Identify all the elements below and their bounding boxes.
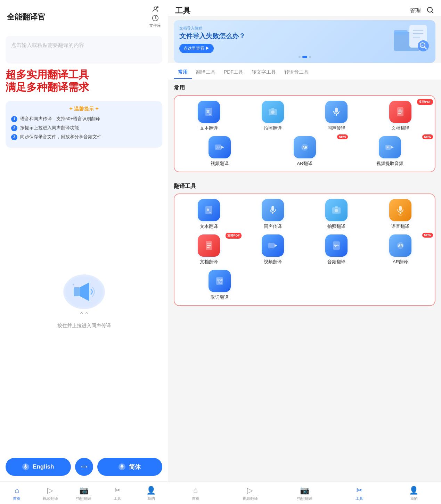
tab-translate-tools[interactable]: 翻译工具: [192, 66, 220, 79]
svg-text:?: ?: [421, 44, 423, 48]
left-nav-home[interactable]: ⌂ 首页: [0, 485, 34, 503]
t-word-svg: 取词 文A: [213, 275, 226, 287]
tool-t-voice[interactable]: 文A 语音翻译: [369, 199, 431, 230]
banner-link-text: 点这里查看 ▶: [183, 46, 210, 51]
left-nav-photo[interactable]: 📷 拍照翻译: [67, 485, 101, 503]
tool-t-audio[interactable]: 音频翻译: [306, 234, 368, 265]
right-nav-home[interactable]: ⌂ 首页: [168, 485, 223, 503]
search-button[interactable]: [426, 6, 434, 16]
tool-t-simultaneous[interactable]: 同声传译: [242, 199, 304, 230]
clock-icon: [152, 14, 159, 22]
right-header: 工具 管理: [168, 0, 441, 16]
t-video-svg: [267, 239, 279, 252]
pdf-badge-doc: 支持PDF: [417, 99, 433, 105]
t-text-translate-icon: 文 A: [198, 199, 220, 221]
t-simultaneous-label: 同声传译: [264, 223, 282, 230]
chevron-up-icon: ⌃⌃: [79, 311, 89, 319]
tool-t-doc[interactable]: 支持PDF 文档翻译: [178, 234, 240, 265]
video-audio-icon: [379, 136, 401, 158]
doc-translate-label: 文档翻译: [391, 125, 409, 131]
right-lang-button[interactable]: 简体: [97, 458, 163, 476]
banner[interactable]: 文档导入教程 文件导入失败怎么办？ 点这里查看 ▶ ?: [174, 20, 435, 63]
svg-point-13: [427, 7, 432, 12]
tab-pdf-tools[interactable]: PDF工具: [220, 66, 247, 79]
tool-ar-translate[interactable]: AR NEW AR翻译: [263, 136, 346, 167]
tool-photo-translate[interactable]: 拍照翻译: [242, 101, 304, 131]
svg-text:文A: 文A: [398, 214, 402, 216]
swap-icon: [80, 463, 88, 471]
common-tools-row1: 文 A 文本翻译 拍照翻译: [178, 101, 431, 131]
right-nav-mine[interactable]: 👤 我的: [386, 485, 441, 503]
tools-icon-right: ✂: [356, 486, 362, 495]
video-audio-label: 视频提取音频: [376, 160, 403, 167]
input-placeholder-text: 点击输入或粘贴需要翻译的内容: [11, 42, 84, 48]
file-library-button[interactable]: 文件库: [149, 6, 161, 28]
svg-text:AR: AR: [302, 146, 308, 149]
common-tools-grid-box: 文 A 文本翻译 拍照翻译: [174, 95, 435, 172]
right-nav-video-label: 视频翻译: [243, 496, 258, 501]
tools-scroll-area[interactable]: 常用 文 A 文本翻译: [168, 80, 441, 481]
t-photo-icon: [325, 199, 348, 221]
pdf-badge-t-doc: 支持PDF: [226, 233, 242, 239]
tab-common[interactable]: 常用: [174, 66, 192, 79]
tools-icon-left: ✂: [114, 486, 121, 495]
t-word-icon: 取词 文A: [209, 270, 231, 292]
tip-num-1: 1: [11, 116, 17, 122]
tool-t-text-translate[interactable]: 文 A 文本翻译: [178, 199, 240, 230]
tool-t-word[interactable]: 取词 文A 取词翻译: [178, 270, 261, 300]
tool-video-audio[interactable]: NEW 视频提取音频: [348, 136, 431, 167]
tool-video-translate[interactable]: 文A 视频翻译: [178, 136, 261, 167]
tool-t-photo[interactable]: 拍照翻译: [306, 199, 368, 230]
speaker-visual: ✦ ✦: [62, 273, 107, 311]
banner-link-button[interactable]: 点这里查看 ▶: [179, 44, 214, 53]
ar-translate-svg: AR: [299, 141, 311, 154]
svg-text:A: A: [209, 211, 211, 214]
right-title: 工具: [175, 6, 190, 16]
right-nav-photo[interactable]: 📷 拍照翻译: [277, 485, 332, 503]
simultaneous-svg: 文 A: [330, 106, 343, 118]
dot-1: [299, 56, 301, 58]
svg-rect-51: [271, 206, 274, 211]
bottom-buttons: English 简体: [0, 454, 168, 481]
left-nav-mine[interactable]: 👤 我的: [134, 485, 168, 503]
tool-simultaneous[interactable]: 文 A 同声传译: [306, 101, 368, 131]
home-icon-left: ⌂: [15, 486, 19, 495]
svg-text:文A: 文A: [216, 146, 220, 149]
manage-button[interactable]: 管理: [410, 7, 421, 15]
svg-text:✦: ✦: [89, 283, 91, 285]
simultaneous-icon: 文 A: [325, 101, 348, 123]
tab-text-tools[interactable]: 转文字工具: [247, 66, 280, 79]
t-ar-svg: AR: [394, 239, 407, 252]
right-nav-video[interactable]: ▷ 视频翻译: [223, 485, 277, 503]
tip-box: ✦ 温馨提示 ✦ 1 语音和同声传译，支持50+语言识别翻译 2 按提示上拉进入…: [6, 101, 162, 148]
right-panel: 工具 管理 文档导入教程 文件导入失败怎么办？ 点这里查看 ▶: [168, 0, 441, 504]
left-lang-button[interactable]: English: [6, 458, 71, 476]
t-simultaneous-icon: [262, 199, 284, 221]
svg-rect-10: [121, 464, 123, 467]
video-icon-right: ▷: [247, 486, 253, 495]
section-common-title: 常用: [174, 80, 435, 95]
tool-t-ar[interactable]: AR NEW AR翻译: [369, 234, 431, 265]
t-video-label: 视频翻译: [264, 259, 282, 265]
tool-t-video[interactable]: 视频翻译: [242, 234, 304, 265]
category-tabs: 常用 翻译工具 PDF工具 转文字工具 转语音工具: [168, 63, 441, 79]
tab-voice-tools[interactable]: 转语音工具: [280, 66, 313, 79]
person-icon-left: 👤: [146, 486, 156, 495]
tool-doc-translate[interactable]: 文 A 支持PDF 文档翻译: [369, 101, 431, 131]
translation-input[interactable]: 点击输入或粘贴需要翻译的内容: [6, 36, 162, 64]
swap-lang-button[interactable]: [75, 458, 93, 476]
mic-svg-left: [24, 464, 28, 469]
left-nav-tools[interactable]: ✂ 工具: [101, 485, 134, 503]
t-doc-svg: [203, 239, 215, 252]
text-translate-label: 文本翻译: [200, 125, 218, 131]
right-nav-tools[interactable]: ✂ 工具: [332, 485, 386, 503]
left-app-title: 全能翻译官: [7, 12, 45, 22]
svg-marker-47: [391, 146, 394, 149]
tool-text-translate[interactable]: 文 A 文本翻译: [178, 101, 240, 131]
video-audio-svg: [384, 141, 396, 154]
video-translate-icon: 文A: [209, 136, 231, 158]
tip-item-1: 1 语音和同声传译，支持50+语言识别翻译: [11, 116, 157, 122]
t-photo-label: 拍照翻译: [327, 223, 345, 230]
left-nav-video[interactable]: ▷ 视频翻译: [34, 485, 67, 503]
left-nav-photo-label: 拍照翻译: [76, 496, 91, 501]
